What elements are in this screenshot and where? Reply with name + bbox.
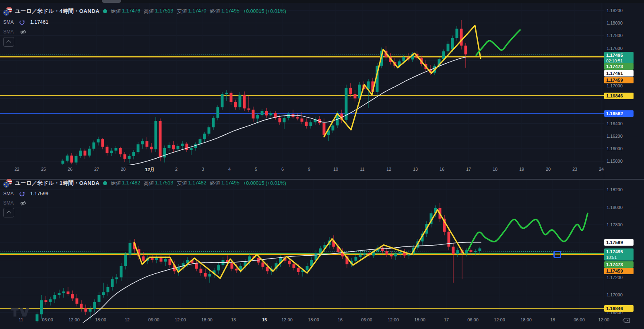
eurusd-flag-icon: [3, 7, 12, 16]
pane2-sma-row: SMA 1.17599: [3, 190, 48, 198]
pane2-ohlc: 始値1.17482 高値1.17513 安値1.17482 終値1.17495 …: [111, 180, 286, 187]
change-value: +0.00015 (+0.01%): [243, 180, 286, 186]
visibility-off-icon[interactable]: [20, 29, 27, 35]
sma-label: SMA: [3, 19, 14, 25]
price-label-settings-icon[interactable]: [622, 317, 630, 325]
chevron-up-icon: [6, 211, 11, 215]
zigzag-trend-drawing[interactable]: [324, 25, 481, 137]
sma-hidden-label: SMA: [3, 200, 14, 206]
chevron-up-icon: [6, 40, 11, 45]
sma-loading-icon: [19, 191, 25, 197]
pane1-sma-hidden-row: SMA: [3, 28, 27, 36]
pane1-symbol-title: ユーロ／米ドル・4時間・OANDA: [15, 8, 99, 15]
open-label: 始値: [111, 8, 121, 15]
pane1-collapse-button[interactable]: [3, 37, 14, 47]
price-axis-border: [604, 3, 604, 329]
close-label: 終値: [210, 180, 220, 187]
low-value: 1.17470: [188, 8, 206, 15]
sma-loading-icon: [19, 19, 25, 25]
low-label: 安値: [177, 8, 187, 15]
sma-value: 1.17599: [30, 191, 48, 197]
low-value: 1.17482: [188, 180, 206, 187]
close-label: 終値: [210, 8, 220, 15]
high-label: 高値: [144, 8, 154, 15]
close-value: 1.17495: [221, 8, 239, 15]
eurusd-flag-icon: [3, 179, 12, 188]
close-value: 1.17495: [221, 180, 239, 187]
market-status-icon[interactable]: [103, 9, 107, 13]
change-value: +0.00015 (+0.01%): [243, 8, 286, 14]
forecast-path-drawing[interactable]: [468, 213, 588, 250]
pane2-symbol-title: ユーロ／米ドル・1時間・OANDA: [15, 180, 99, 187]
high-label: 高値: [144, 180, 154, 187]
visibility-off-icon[interactable]: [20, 200, 27, 206]
tradingview-chart-app: ユーロ／米ドル・4時間・OANDA 始値1.17476 高値1.17513 安値…: [0, 0, 644, 329]
high-value: 1.17513: [155, 180, 173, 187]
pane1-sma-row: SMA 1.17461: [3, 18, 48, 26]
pane1-ohlc: 始値1.17476 高値1.17513 安値1.17470 終値1.17495 …: [111, 8, 286, 15]
market-status-icon[interactable]: [103, 181, 107, 185]
candlestick-series: [36, 203, 481, 325]
open-label: 始値: [111, 180, 121, 187]
pane2-collapse-button[interactable]: [3, 208, 14, 217]
forecast-path-drawing[interactable]: [476, 30, 520, 55]
pane2-sma-hidden-row: SMA: [3, 199, 27, 207]
drawing-anchor-marker[interactable]: [553, 251, 561, 258]
sma-hidden-label: SMA: [3, 29, 14, 35]
candlestick-series: [62, 20, 467, 168]
tradingview-watermark: [10, 306, 31, 320]
pane2-title-row: ユーロ／米ドル・1時間・OANDA 始値1.17482 高値1.17513 安値…: [3, 179, 286, 187]
sma-value: 1.17461: [30, 19, 48, 25]
eurusd-1h-pane: [0, 180, 604, 325]
low-label: 安値: [177, 180, 187, 187]
open-value: 1.17482: [122, 180, 140, 187]
pane1-title-row: ユーロ／米ドル・4時間・OANDA 始値1.17476 高値1.17513 安値…: [3, 7, 286, 15]
chart-canvas[interactable]: [0, 0, 644, 329]
sma-label: SMA: [3, 191, 14, 197]
eurusd-4h-pane: [0, 3, 604, 168]
high-value: 1.17513: [155, 8, 173, 15]
open-value: 1.17476: [122, 8, 140, 15]
